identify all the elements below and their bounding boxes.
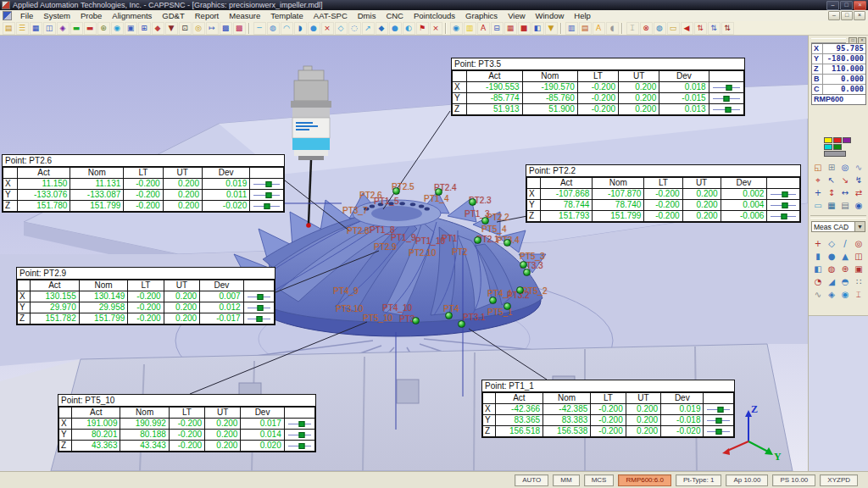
toolbar-icon-g1-10[interactable]: ▣ — [125, 22, 137, 35]
toolbar-icon-g4-4[interactable]: ◖ — [606, 22, 619, 35]
feature-tool-icon-7[interactable]: ▲ — [838, 250, 852, 263]
toolbar-icon-g1-11[interactable]: ⊞ — [138, 22, 151, 35]
feature-tool-icon-18[interactable]: ◈ — [825, 288, 838, 301]
feature-tool-icon-17[interactable]: ∿ — [811, 288, 825, 301]
toolbar-icon-g2-6[interactable]: × — [321, 22, 334, 35]
menu-system[interactable]: System — [38, 10, 75, 21]
toolbar-icon-g3-4[interactable]: ⊟ — [491, 22, 504, 35]
toolbar-icon-g3-6[interactable]: ■ — [518, 22, 531, 35]
toolbar-icon-g1-14[interactable]: ⊡ — [179, 22, 192, 35]
view-tool-icon-8[interactable]: ↯ — [852, 174, 865, 186]
toolbar-icon-g3-7[interactable]: ◧ — [531, 22, 544, 35]
toolbar-icon-g5-4[interactable]: ▭ — [667, 22, 680, 35]
feature-tool-icon-11[interactable]: ⊕ — [838, 263, 852, 275]
menu-report[interactable]: Report — [190, 10, 225, 21]
toolbar-icon-g2-8[interactable]: ◌ — [348, 22, 361, 35]
toolbar-icon-g3-2[interactable]: ▥ — [464, 22, 476, 35]
toolbar-icon-g2-5[interactable]: ● — [308, 22, 320, 35]
toolbar-icon-g5-3[interactable]: ◍ — [654, 22, 666, 35]
toolbar-icon-g2-1[interactable]: ─ — [253, 22, 266, 35]
status-xyzpd[interactable]: XYZPD — [820, 474, 858, 486]
toolbar-icon-g2-12[interactable]: ◐ — [403, 22, 415, 35]
toolbar-icon-g4-1[interactable]: ▥ — [565, 22, 578, 35]
toolbar-icon-g4-3[interactable]: A — [593, 22, 605, 35]
minimize-button[interactable]: – — [826, 1, 839, 10]
view-tool-icon-6[interactable]: ↖ — [825, 174, 838, 186]
toolbar-icon-g1-15[interactable]: ◎ — [192, 22, 205, 35]
toolbar-icon-g1-12[interactable]: ◆ — [152, 22, 164, 35]
toolbar-icon-g5-6[interactable]: ⇅ — [694, 22, 707, 35]
menu-file[interactable]: File — [15, 10, 38, 21]
status-rmp600-6-0[interactable]: RMP600:6.0 — [618, 474, 670, 486]
feature-tool-icon-4[interactable]: ◎ — [852, 237, 865, 250]
menu-gd-t[interactable]: GD&T — [157, 10, 189, 21]
view-tool-icon-16[interactable]: ◉ — [852, 199, 865, 212]
status-mcs[interactable]: MCS — [584, 474, 615, 486]
menu-help[interactable]: Help — [569, 10, 596, 21]
feature-tool-icon-19[interactable]: ◉ — [838, 288, 852, 301]
toolbar-icon-g1-9[interactable]: ◉ — [111, 22, 124, 35]
feature-tool-icon-14[interactable]: ◢ — [825, 275, 838, 288]
dro-close-button[interactable]: × — [858, 37, 866, 44]
color-palette-icon[interactable] — [824, 137, 854, 158]
toolbar-icon-g5-7[interactable]: ⇅ — [708, 22, 721, 35]
menu-graphics[interactable]: Graphics — [460, 10, 503, 21]
feature-tool-icon-1[interactable]: + — [811, 237, 825, 250]
view-tool-icon-5[interactable]: ⌖ — [811, 174, 825, 186]
feature-tool-icon-20[interactable]: ⌶ — [852, 288, 865, 301]
view-tool-icon-3[interactable]: ◎ — [838, 161, 852, 174]
menu-pointclouds[interactable]: Pointclouds — [409, 10, 460, 21]
toolbar-icon-g1-16[interactable]: ↦ — [206, 22, 219, 35]
toolbar-icon-g1-6[interactable]: ▬ — [70, 22, 83, 35]
toolbar-icon-g1-1[interactable]: ▤ — [3, 22, 15, 35]
toolbar-icon-g2-11[interactable]: ● — [389, 22, 402, 35]
feature-tool-icon-8[interactable]: ◫ — [852, 250, 865, 263]
dro-grip[interactable] — [811, 38, 846, 43]
feature-tool-icon-10[interactable]: ◍ — [825, 263, 838, 275]
measurement-table-point-pt5-10[interactable]: Point: PT5_10ActNomLTUTDevX191.009190.99… — [58, 394, 316, 452]
view-tool-icon-11[interactable]: ↔ — [838, 186, 852, 199]
menu-window[interactable]: Window — [531, 10, 570, 21]
menu-alignments[interactable]: Alignments — [107, 10, 157, 21]
measurement-table-point-pt1-1[interactable]: Point: PT1_1ActNomLTUTDevX-42.366-42.385… — [481, 380, 735, 438]
maximize-button[interactable]: □ — [840, 1, 853, 10]
close-button[interactable]: × — [854, 1, 866, 10]
feature-tool-icon-16[interactable]: ∷ — [852, 275, 865, 288]
view-tool-icon-14[interactable]: ▦ — [825, 199, 838, 212]
view-tool-icon-10[interactable]: ↕ — [825, 186, 838, 199]
toolbar-icon-g1-3[interactable]: ▦ — [30, 22, 42, 35]
feature-tool-icon-3[interactable]: / — [838, 237, 852, 250]
feature-tool-icon-6[interactable]: ● — [825, 250, 838, 263]
status-mm[interactable]: MM — [553, 474, 579, 486]
measurement-table-point-pt3-5[interactable]: Point: PT3.5ActNomLTUTDevX-190.553-190.5… — [451, 58, 745, 116]
toolbar-icon-g3-5[interactable]: ▦ — [504, 22, 517, 35]
toolbar-icon-g1-4[interactable]: ◫ — [43, 22, 56, 35]
view-tool-icon-4[interactable]: ∿ — [852, 161, 865, 174]
toolbar-icon-g5-2[interactable]: ⊗ — [640, 22, 653, 35]
toolbar-icon-g3-3[interactable]: A — [477, 22, 490, 35]
toolbar-icon-g5-5[interactable]: ◀ — [681, 22, 693, 35]
toolbar-icon-g2-14[interactable]: × — [430, 22, 442, 35]
view-tool-icon-13[interactable]: ▭ — [811, 199, 825, 212]
view-tool-icon-1[interactable]: ◱ — [811, 161, 825, 174]
view-tool-icon-2[interactable]: ⊞ — [825, 161, 838, 174]
toolbar-icon-g5-8[interactable]: ⇅ — [721, 22, 734, 35]
mdi-minimize-button[interactable]: – — [828, 11, 840, 20]
toolbar-icon-g1-8[interactable]: ⊛ — [97, 22, 110, 35]
status-ps-10-00[interactable]: PS 10.00 — [772, 474, 815, 486]
dro-restore-button[interactable]: □ — [849, 37, 857, 44]
toolbar-icon-g2-2[interactable]: ◍ — [267, 22, 280, 35]
menu-dmis[interactable]: Dmis — [353, 10, 381, 21]
view-tool-icon-7[interactable]: ↘ — [838, 174, 852, 186]
measurement-table-point-pt2-9[interactable]: Point: PT2.9ActNomLTUTDevX130.155130.149… — [16, 267, 275, 325]
graphics-viewport[interactable]: Z Y PT2.5PT2.4PT2.6PT1_5PT1_4PT2.3PT3_7P… — [0, 36, 808, 471]
feature-tool-icon-2[interactable]: ◇ — [825, 237, 838, 250]
toolbar-icon-g1-5[interactable]: ◈ — [57, 22, 70, 35]
mode-dropdown[interactable]: Meas CAD ▼ — [811, 221, 865, 232]
view-tool-icon-12[interactable]: ⇄ — [852, 186, 865, 199]
view-tool-icon-9[interactable]: + — [811, 186, 825, 199]
feature-tool-icon-13[interactable]: ◔ — [811, 275, 825, 288]
feature-tool-icon-15[interactable]: ◓ — [838, 275, 852, 288]
menu-measure[interactable]: Measure — [224, 10, 265, 21]
toolbar-icon-g2-9[interactable]: ↗ — [362, 22, 375, 35]
